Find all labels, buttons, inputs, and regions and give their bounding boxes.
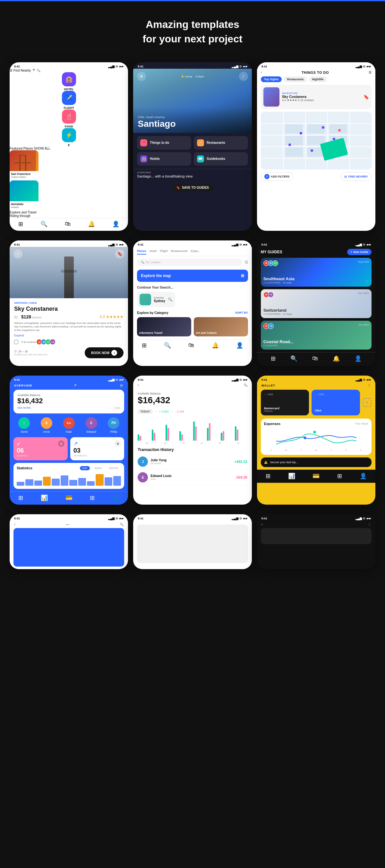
tab-flight[interactable]: Flight <box>160 248 168 254</box>
explore-map-btn[interactable]: Explore the map ⊞ <box>137 270 248 282</box>
explore-banner[interactable]: Explore and Travel Riding through <box>10 211 128 218</box>
category-hotel[interactable]: 🏨 HOTEL <box>10 72 128 91</box>
tab-experiences[interactable]: Expe... <box>191 248 200 254</box>
edward-avatar[interactable]: E <box>86 417 97 429</box>
tab-top-sights[interactable]: Top Sights <box>261 76 282 82</box>
adventure-travel-card[interactable]: Adventure Travel <box>137 317 191 336</box>
home-icon-5[interactable]: ⊞ <box>142 342 147 349</box>
action-send: ↑ Send <box>18 417 30 433</box>
bag-icon-6[interactable]: 🛍 <box>312 355 318 362</box>
back-btn-3[interactable]: ‹ <box>261 71 262 74</box>
category-food[interactable]: 🍴 FOOD <box>10 110 128 128</box>
new-guide-btn[interactable]: + New Guide <box>347 249 372 255</box>
expand-btn[interactable]: Expand <box>14 334 124 337</box>
card-icon-9[interactable]: 💳 <box>313 472 320 479</box>
search-icon-5[interactable]: 🔍 <box>164 342 171 349</box>
profile-icon-5[interactable]: 👤 <box>236 342 243 349</box>
search-nav-icon[interactable]: 🔍 <box>40 220 47 227</box>
send-icon[interactable]: ↑ <box>18 417 30 429</box>
back-btn-4[interactable]: ‹ <box>13 249 23 258</box>
profile-icon-6[interactable]: 👤 <box>355 355 361 362</box>
back-btn-12[interactable]: ‹ <box>261 523 262 526</box>
place-card-honolulu[interactable]: Honolulu Hawaii <box>10 180 38 211</box>
search-icon-7[interactable]: 🔍 <box>74 384 78 387</box>
bell-icon-5[interactable]: 🔔 <box>212 342 219 349</box>
save-to-guides-btn[interactable]: 🔖 SAVE TO GUIDES <box>172 183 213 192</box>
grid-icon-9[interactable]: ⊞ <box>337 472 342 479</box>
home-icon-6[interactable]: ⊞ <box>271 355 276 362</box>
restaurants-menu[interactable]: 🍴 Restaurants <box>194 136 248 150</box>
guidebooks-menu[interactable]: 📖 Guidebooks <box>194 152 248 166</box>
add-card-btn[interactable]: + <box>362 398 372 407</box>
menu-icon-9[interactable]: ⋮ <box>368 384 371 387</box>
chart-icon-7[interactable]: 📊 <box>41 494 48 501</box>
profile-icon-7[interactable]: 👤 <box>112 494 119 501</box>
save-icon-3[interactable]: 🔖 <box>363 94 369 99</box>
category-flight[interactable]: ✈️ FLIGHT <box>10 91 128 110</box>
map-view[interactable] <box>261 112 372 169</box>
search-input[interactable]: 🔍 Try 'London' <box>137 259 242 266</box>
share-btn[interactable]: ↑ <box>239 72 248 81</box>
search-icon[interactable]: 🔍 <box>37 69 40 72</box>
hotels-menu[interactable]: 🏨 Hotels <box>137 152 191 166</box>
search-btn-8[interactable]: 🔍 <box>244 383 247 387</box>
home-icon-7[interactable]: ⊞ <box>18 494 23 501</box>
menu-icon-3[interactable]: ☰ <box>368 71 372 74</box>
stats-tab-week[interactable]: WEEK <box>92 466 105 470</box>
profile-nav-icon[interactable]: 👤 <box>112 220 119 227</box>
kate-avatar[interactable]: KA <box>63 417 75 429</box>
tab-restaurants[interactable]: Restaurants <box>284 76 307 82</box>
bookmark-btn-4[interactable]: 🔖 <box>115 249 124 258</box>
place-card-san-francisco[interactable]: San Francisco United States <box>10 150 38 180</box>
golden-gate-svg <box>10 150 36 171</box>
stats-tab-month[interactable]: MONTH <box>106 466 121 470</box>
things-to-do-menu[interactable]: 📍 Things to do <box>137 136 191 150</box>
close-btn[interactable]: ✕ <box>137 72 146 81</box>
guide-card-switzerland[interactable]: A +1 Dec 2020 Switzerland 2 COUNTRIES · … <box>261 289 372 318</box>
tab-restaurants[interactable]: Restaurants <box>171 248 188 254</box>
tab-places[interactable]: Places <box>137 248 146 254</box>
menu-btn-12[interactable]: ⋮ <box>368 523 371 526</box>
back-btn-8[interactable]: ‹ <box>138 383 138 387</box>
find-nearby-btn[interactable]: ◎ FIND NEARBY <box>341 172 372 181</box>
art-culture-card[interactable]: Art and Culture <box>194 317 248 336</box>
profile-icon-9[interactable]: 👤 <box>360 472 367 479</box>
book-now-btn[interactable]: BOOK NOW › <box>85 347 124 358</box>
tab-nightlife[interactable]: Nightlife <box>309 76 327 82</box>
filter-icon-5[interactable]: ⧉ <box>245 259 248 265</box>
guide-card-coast[interactable]: A +3 Jun 2021 Coastal Road... 1 COUNTRY <box>261 321 372 349</box>
featured-thumb <box>263 87 280 106</box>
bell-icon-6[interactable]: 🔔 <box>333 355 340 362</box>
guide-card-asia[interactable]: A B +2 Aug 2020 Soultheast Asia 4 COUNTR… <box>261 258 372 287</box>
featured-place-card[interactable]: Adventure Sky Costanera 4.0 ★★★★ 5.1k re… <box>261 85 372 109</box>
category-extra[interactable]: ⚡ E <box>10 128 128 147</box>
search-icon-6[interactable]: 🔍 <box>290 355 297 362</box>
bag-icon-5[interactable]: 🛍 <box>188 342 194 349</box>
bell-nav-icon[interactable]: 🔔 <box>88 220 95 227</box>
mastercard-card[interactable]: ···· 1401 Mastercard Platinum <box>261 390 309 415</box>
see-more-btn[interactable]: SEE MORE <box>17 406 31 410</box>
chart-icon-9[interactable]: 📊 <box>288 472 295 479</box>
review-checkbox[interactable] <box>14 340 18 344</box>
bag-nav-icon[interactable]: 🛍 <box>65 220 71 227</box>
visa-card[interactable]: ···· 1291 VISA <box>312 390 360 415</box>
show-all-btn[interactable]: SHOW ALL <box>34 147 51 150</box>
plus-btn-payments[interactable]: + <box>115 440 121 447</box>
anne-avatar[interactable]: A <box>41 417 52 429</box>
stats-tab-day[interactable]: DAY <box>80 466 90 470</box>
home-nav-icon[interactable]: ⊞ <box>18 220 23 227</box>
plus-btn-clients[interactable]: + <box>58 440 64 447</box>
hamburger-icon[interactable]: ☰ <box>10 69 12 72</box>
grid-icon-7[interactable]: ⊞ <box>90 494 95 501</box>
add-filters-btn[interactable]: 2 ADD FILTERS <box>261 172 293 181</box>
sort-by-btn[interactable]: SORT BY <box>235 311 248 315</box>
card-icon-7[interactable]: 💳 <box>65 494 72 501</box>
sydney-card[interactable]: Australia Sydney 🔍 <box>137 292 175 307</box>
settings-icon-7[interactable]: ⚙️ <box>120 384 124 387</box>
tab-hotel[interactable]: Hotel <box>150 248 157 254</box>
search-btn-10[interactable]: 🔍 <box>120 523 124 526</box>
back-btn-10[interactable]: ‹ <box>14 523 15 526</box>
home-icon-9[interactable]: ⊞ <box>266 472 270 479</box>
philip-avatar[interactable]: PH <box>108 417 119 429</box>
guide-menu-icon[interactable]: ⋮ <box>364 279 369 284</box>
